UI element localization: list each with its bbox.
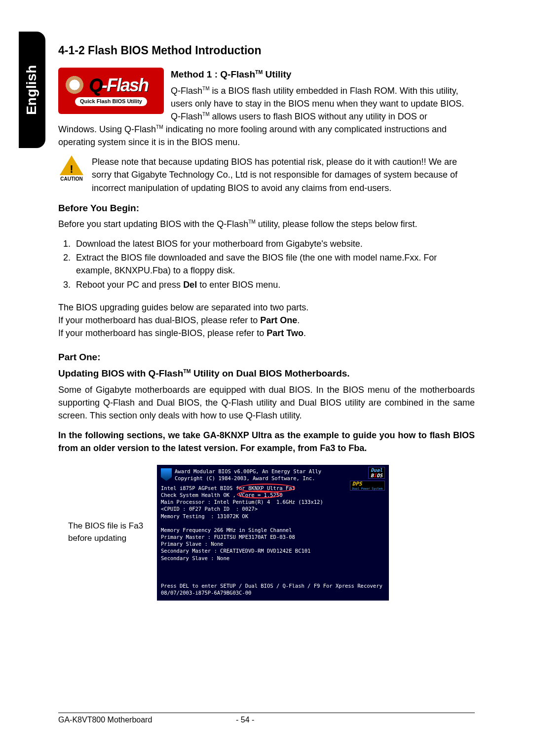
part-one-p2: In the following sections, we take GA-8K…	[58, 429, 475, 454]
dual-bios-badge: Dual BIOS	[368, 467, 385, 479]
tm-mark: TM	[255, 69, 263, 75]
warning-triangle-icon	[60, 155, 83, 175]
caution-row: CAUTION Please note that because updatin…	[58, 155, 475, 194]
before-steps: Download the latest BIOS for your mother…	[73, 237, 475, 291]
before-intro: Before you start updating BIOS with the …	[58, 218, 475, 230]
bios-screenshot: Award Modular BIOS v6.00PG, An Energy St…	[157, 465, 389, 601]
main-content: 4-1-2 Flash BIOS Method Introduction Q-F…	[58, 42, 475, 601]
footer-model: GA-K8VT800 Motherboard	[58, 714, 236, 725]
method1-row: Q-Flash Quick Flash BIOS Utility Method …	[58, 68, 475, 123]
highlight-circle-icon	[237, 491, 281, 498]
dps-badge: DPS Dual Power System	[350, 481, 385, 491]
part-one-p1: Some of Gigabyte motherboards are equipp…	[58, 383, 475, 422]
section-heading: 4-1-2 Flash BIOS Method Introduction	[58, 42, 475, 59]
guides-l3: If your motherboard has single-BIOS, ple…	[58, 327, 475, 340]
qflash-logo-sub: Quick Flash BIOS Utility	[75, 97, 147, 106]
guides-l1: The BIOS upgrading guides below are sepa…	[58, 301, 475, 314]
part-one-heading: Part One:	[58, 350, 475, 364]
bios-badges: Dual BIOS DPS Dual Power System	[350, 467, 385, 491]
bios-note: The BIOS file is Fa3 before updating	[68, 520, 152, 544]
gear-icon	[64, 75, 85, 95]
bios-header-text: Award Modular BIOS v6.00PG, An Energy St…	[175, 468, 321, 482]
list-item: Extract the BIOS file downloaded and sav…	[73, 251, 475, 277]
method1-column: Method 1 : Q-FlashTM Utility Q-FlashTM i…	[171, 68, 475, 123]
bios-body: Intel i875P AGPset BIOS for 8KNXP Ultra …	[161, 485, 385, 597]
guides-block: The BIOS upgrading guides below are sepa…	[58, 301, 475, 340]
qflash-logo: Q-Flash Quick Flash BIOS Utility	[58, 68, 164, 114]
part-one-sub: Updating BIOS with Q-FlashTM Utility on …	[58, 367, 475, 380]
qflash-logo-text: Q-Flash	[89, 73, 148, 98]
method1-heading: Method 1 : Q-FlashTM Utility	[171, 68, 475, 81]
before-heading: Before You Begin:	[58, 201, 475, 215]
page-footer: GA-K8VT800 Motherboard - 54 -	[58, 713, 475, 725]
method1-p1-wrap: Windows. Using Q-FlashTM indicating no m…	[58, 123, 475, 149]
caution-icon: CAUTION	[58, 155, 85, 183]
list-item: Download the latest BIOS for your mother…	[73, 237, 475, 250]
award-ribbon-icon	[161, 468, 172, 481]
language-tab: English	[19, 32, 45, 148]
footer-page: - 54 -	[236, 714, 475, 725]
bios-block: The BIOS file is Fa3 before updating Awa…	[58, 465, 475, 601]
language-tab-label: English	[22, 65, 42, 114]
guides-l2: If your motherboard has dual-BIOS, pleas…	[58, 314, 475, 327]
method1-p1-right: Q-FlashTM is a BIOS flash utility embedd…	[171, 84, 475, 123]
list-item: Reboot your PC and press Del to enter BI…	[73, 278, 475, 291]
caution-text: Please note that because updating BIOS h…	[92, 155, 475, 194]
